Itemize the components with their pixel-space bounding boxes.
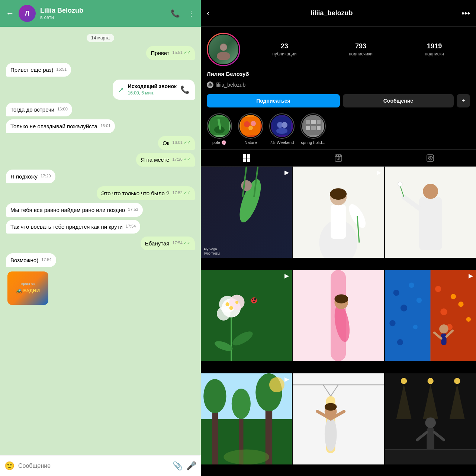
ig-header: ‹ liliia_belozub ••• (201, 0, 476, 27)
svg-point-59 (229, 306, 233, 310)
video-icon: ▶ (377, 169, 381, 176)
svg-rect-18 (306, 126, 310, 130)
highlight-nature[interactable]: Nature (238, 113, 263, 145)
highlight-ring (300, 113, 326, 139)
message-row: Тогда до встречи 16:00 (6, 103, 195, 116)
svg-point-89 (439, 324, 448, 334)
svg-point-114 (401, 378, 407, 384)
svg-rect-20 (317, 126, 321, 130)
call-button[interactable]: 📞 (171, 9, 180, 18)
contact-status: в сети (40, 15, 166, 20)
highlight-weekend[interactable]: 7.5 Weekend (269, 113, 295, 145)
message-bubble: Так что воевать тебе придется как ни кру… (6, 220, 140, 234)
ig-stat-posts: 23 публикации (272, 42, 296, 57)
svg-rect-121 (427, 428, 434, 451)
svg-text:PRO THEM: PRO THEM (204, 252, 220, 255)
grid-item (385, 373, 476, 464)
svg-point-1 (217, 52, 230, 60)
highlight-label: spring holid... (301, 140, 325, 145)
message-input[interactable] (18, 463, 169, 469)
ig-more-button[interactable]: ••• (461, 9, 470, 18)
highlight-thumbnail (208, 115, 231, 137)
message-row: Ок 16:01 ✓✓ (6, 136, 195, 150)
svg-rect-23 (243, 158, 246, 162)
highlight-ring (207, 113, 232, 139)
svg-rect-15 (306, 120, 310, 124)
message-bubble: Мы тебя все равно найдем рано или поздно… (6, 203, 143, 217)
svg-rect-49 (419, 197, 442, 250)
message-button[interactable]: Сообщение (343, 94, 454, 107)
svg-point-101 (223, 449, 269, 464)
svg-point-31 (340, 155, 341, 156)
highlight-ring (238, 113, 263, 139)
highlight-pole[interactable]: pole 🌸 (207, 113, 232, 145)
svg-rect-19 (311, 126, 316, 130)
message-bubble: Возможно) 17:54 (6, 253, 56, 267)
highlight-label: Nature (244, 140, 257, 145)
subscribe-button[interactable]: Подписаться (207, 94, 340, 107)
svg-point-29 (336, 155, 337, 156)
svg-point-47 (330, 188, 347, 200)
grid-item[interactable]: ▶ (201, 373, 292, 464)
svg-point-79 (416, 298, 421, 303)
follow-extra-button[interactable]: + (457, 94, 470, 107)
grid-item[interactable]: Fly Yoga PRO THEM ▶ (201, 167, 292, 258)
tab-tagged[interactable] (384, 150, 476, 166)
svg-point-61 (235, 301, 238, 304)
svg-point-36 (241, 180, 252, 191)
svg-point-96 (203, 379, 226, 413)
video-icon: ▶ (469, 272, 473, 279)
back-button[interactable]: ← (6, 9, 14, 18)
svg-point-83 (435, 286, 441, 292)
svg-point-64 (254, 298, 256, 300)
telegram-panel: ← Л Liliia Belozub в сети 📞 ⋮ 14 марта П… (0, 0, 201, 476)
svg-point-98 (232, 389, 251, 419)
instagram-panel: ‹ liliia_belozub ••• 23 (201, 0, 476, 476)
svg-rect-21 (243, 154, 246, 158)
svg-point-66 (253, 301, 255, 302)
svg-point-84 (450, 294, 456, 299)
svg-point-76 (393, 290, 399, 296)
video-icon: ▶ (284, 272, 289, 279)
svg-point-13 (276, 128, 287, 134)
ig-back-button[interactable]: ‹ (207, 9, 209, 18)
followers-count: 793 (349, 42, 373, 50)
call-detail: 16:00, 6 мин. (128, 90, 155, 96)
message-row: Это что только что было ? 17:52 ✓✓ (6, 186, 195, 200)
ig-profile-section: 23 публикации 793 подписчики 1919 подпис… (201, 27, 476, 94)
call-bubble: ↗ Исходящий звонок 16:00, 6 мин. 📞 (113, 80, 195, 100)
svg-point-77 (409, 283, 414, 288)
message-row: Привет еще раз) 15:51 (6, 63, 195, 77)
more-button[interactable]: ⋮ (187, 9, 195, 18)
ig-avatar-ring (207, 33, 240, 66)
header-actions: 📞 ⋮ (171, 9, 195, 18)
svg-point-60 (225, 302, 229, 306)
grid-item (293, 373, 384, 464)
ig-profile-top: 23 публикации 793 подписчики 1919 подпис… (207, 33, 470, 66)
svg-point-30 (338, 155, 339, 156)
svg-point-115 (427, 378, 433, 384)
message-row: Я на месте 17:28 ✓✓ (6, 153, 195, 167)
message-bubble: Я подхожу 17:29 (6, 170, 55, 183)
svg-point-50 (423, 184, 438, 199)
svg-point-63 (251, 298, 257, 303)
telegram-header: ← Л Liliia Belozub в сети 📞 ⋮ (0, 0, 201, 27)
attachment-button[interactable]: 📎 (173, 461, 183, 471)
sticker-bubble: @padla_tck 🚜 БУДНИ (6, 270, 50, 306)
following-count: 1919 (425, 42, 444, 50)
highlight-spring[interactable]: spring holid... (300, 113, 326, 145)
svg-point-58 (217, 307, 231, 321)
tab-reels[interactable] (293, 150, 385, 166)
svg-point-12 (282, 122, 287, 128)
grid-item[interactable]: ▶ (385, 270, 476, 361)
messages-area: 14 марта Привет 15:51 ✓✓ Привет еще раз)… (0, 27, 201, 455)
message-bubble: Привет 15:51 ✓✓ (146, 46, 195, 60)
grid-item[interactable]: ▶ (201, 270, 292, 361)
emoji-button[interactable]: 🙂 (4, 461, 15, 471)
svg-rect-17 (317, 120, 321, 124)
grid-item[interactable]: ▶ (293, 167, 384, 258)
tab-grid[interactable] (201, 150, 293, 166)
svg-rect-22 (247, 154, 250, 158)
ig-display-name: Лилия Белозуб (207, 71, 470, 77)
mic-button[interactable]: 🎤 (186, 461, 196, 471)
